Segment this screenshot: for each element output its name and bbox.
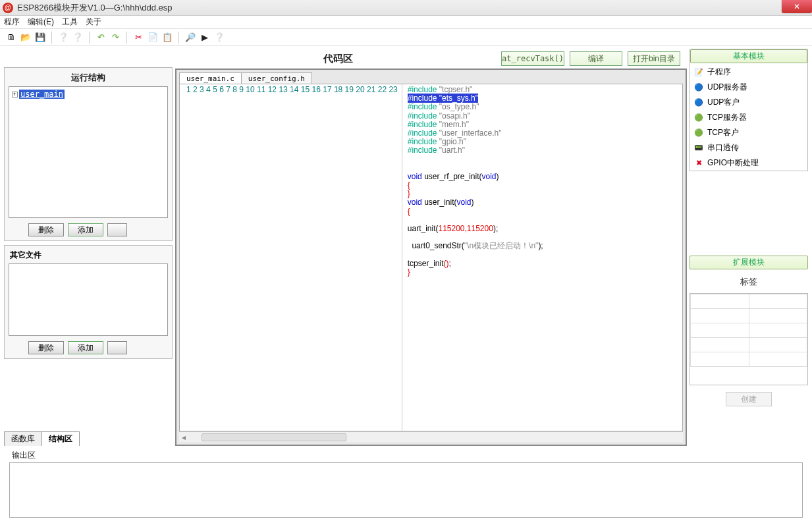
module-udp-server[interactable]: 🔵UDP服务器 [693, 81, 805, 94]
tree-view[interactable]: + user_main [9, 86, 168, 218]
copy-icon[interactable]: 📄 [147, 32, 159, 43]
close-button[interactable]: ✕ [782, 0, 812, 13]
basic-modules-panel: 基本模块 📝子程序 🔵UDP服务器 🔵UDP客户 🟢TCP服务器 🟢TCP客户 … [690, 49, 808, 171]
open-icon[interactable]: 📂 [20, 32, 32, 43]
tree-node-user-main[interactable]: + user_main [12, 90, 165, 99]
tag-label: 标签 [690, 273, 808, 290]
client-icon: 🔵 [694, 98, 703, 107]
module-subproc[interactable]: 📝子程序 [693, 66, 805, 78]
redo-icon[interactable]: ↷ [109, 32, 121, 43]
module-udp-client[interactable]: 🔵UDP客户 [693, 96, 805, 109]
horizontal-scrollbar[interactable]: ◂ [179, 431, 683, 442]
edit-icon: 📝 [694, 68, 703, 77]
menu-program[interactable]: 程序 [4, 16, 20, 28]
code-area-title: 代码区 [175, 53, 501, 65]
tab-struct[interactable]: 结构区 [41, 431, 80, 446]
at-recv-button[interactable]: at_recvTask() [501, 51, 564, 66]
editor-frame: user_main.c user_config.h 1 2 3 4 5 6 7 … [175, 69, 687, 446]
create-button[interactable]: 创建 [726, 392, 772, 406]
add-button[interactable]: 添加 [68, 223, 103, 236]
server-icon: 🟢 [694, 113, 703, 123]
separator-2 [89, 32, 90, 43]
delete-button[interactable]: 删除 [28, 223, 64, 236]
scrollbar-thumb[interactable] [202, 433, 346, 441]
new-icon[interactable]: 🗎 [5, 32, 17, 43]
window-title: ESP8266模块开发V1.0—G:\hhh\ddd.esp [17, 2, 173, 14]
server-icon: 🔵 [694, 83, 703, 92]
blank-button-2[interactable] [107, 341, 127, 354]
run-structure-panel: 运行结构 + user_main 删除 添加 [4, 67, 173, 241]
output-pane[interactable] [9, 462, 803, 518]
help-icon-3[interactable]: ❔ [213, 32, 225, 43]
open-bin-button[interactable]: 打开bin目录 [628, 51, 680, 66]
delete-button-2[interactable]: 删除 [28, 341, 64, 354]
separator-4 [178, 32, 179, 43]
module-gpio-int[interactable]: ✖GPIO中断处理 [693, 157, 805, 169]
add-button-2[interactable]: 添加 [68, 341, 103, 354]
extension-modules-title[interactable]: 扩展模块 [690, 256, 808, 269]
title-bar: @ ESP8266模块开发V1.0—G:\hhh\ddd.esp ✕ [0, 0, 812, 16]
separator-3 [126, 32, 127, 43]
undo-icon[interactable]: ↶ [95, 32, 107, 43]
left-bottom-tabs: 函数库 结构区 [4, 431, 173, 446]
other-files-list[interactable] [9, 263, 168, 336]
blank-button-1[interactable] [107, 223, 127, 236]
code-content[interactable]: #include "tcpser.h" #include "ets_sys.h"… [402, 84, 549, 431]
help-icon-2[interactable]: ❔ [72, 32, 84, 43]
file-tab-user-config[interactable]: user_config.h [241, 72, 312, 84]
separator-1 [51, 32, 52, 43]
help-icon-1[interactable]: ❔ [57, 32, 69, 43]
cut-icon[interactable]: ✂ [132, 32, 144, 43]
expand-icon[interactable]: + [12, 92, 18, 97]
other-files-title: 其它文件 [9, 248, 168, 263]
interrupt-icon: ✖ [694, 159, 703, 168]
tag-grid[interactable] [690, 293, 808, 385]
client-icon: 🟢 [694, 128, 703, 138]
paste-icon[interactable]: 📋 [161, 32, 173, 43]
menu-edit[interactable]: 编辑(E) [28, 16, 54, 28]
file-tab-user-main[interactable]: user_main.c [179, 72, 242, 84]
menu-bar: 程序 编辑(E) 工具 关于 [0, 16, 812, 29]
run-icon[interactable]: ▶ [199, 32, 211, 43]
file-tabs: user_main.c user_config.h [179, 72, 683, 84]
other-files-panel: 其它文件 删除 添加 [4, 245, 173, 359]
menu-tools[interactable]: 工具 [62, 16, 78, 28]
output-label: 输出区 [9, 450, 803, 462]
toolbar: 🗎 📂 💾 ❔ ❔ ↶ ↷ ✂ 📄 📋 🔎 ▶ ❔ [0, 29, 812, 46]
find-icon[interactable]: 🔎 [184, 32, 196, 43]
module-tcp-client[interactable]: 🟢TCP客户 [693, 126, 805, 139]
basic-modules-title: 基本模块 [690, 49, 807, 63]
tab-funclib[interactable]: 函数库 [4, 431, 42, 446]
line-number-gutter: 1 2 3 4 5 6 7 8 9 10 11 12 13 14 15 16 1… [180, 84, 402, 431]
module-tcp-server[interactable]: 🟢TCP服务器 [693, 111, 805, 124]
menu-about[interactable]: 关于 [86, 16, 101, 28]
app-icon: @ [3, 3, 13, 13]
code-editor[interactable]: 1 2 3 4 5 6 7 8 9 10 11 12 13 14 15 16 1… [179, 84, 683, 431]
serial-icon: 📟 [694, 144, 703, 153]
compile-button[interactable]: 编译 [570, 51, 622, 66]
module-serial[interactable]: 📟串口透传 [693, 142, 805, 154]
run-structure-title: 运行结构 [9, 70, 168, 86]
tree-node-label: user_main [19, 90, 65, 99]
save-icon[interactable]: 💾 [34, 32, 46, 43]
